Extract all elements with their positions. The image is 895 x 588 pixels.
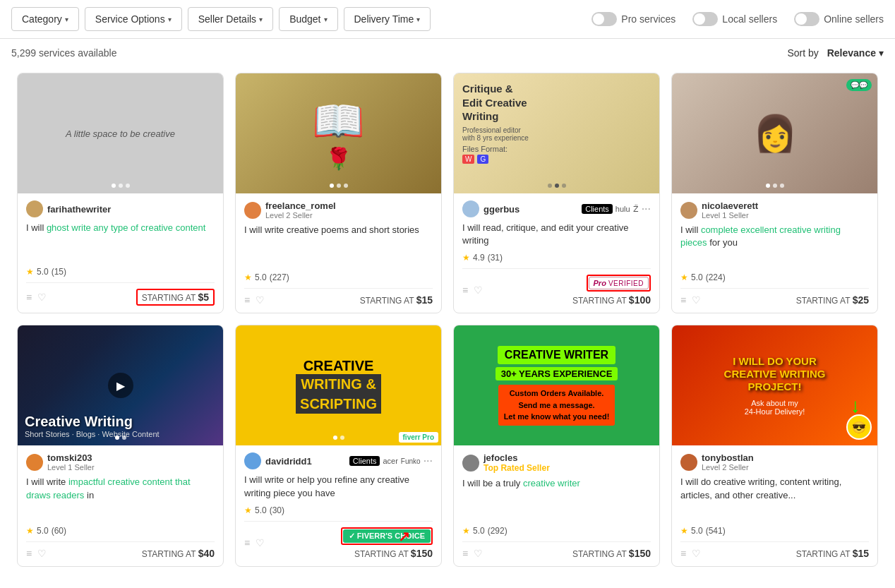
menu-icon[interactable]: ≡ xyxy=(680,294,686,306)
seller-name[interactable]: davidridd1 xyxy=(265,456,345,467)
card-title: I will ghost write any type of creative … xyxy=(26,222,215,261)
menu-icon[interactable]: ≡ xyxy=(244,537,250,548)
card-5: Creative Writing Short Stories · Blogs ·… xyxy=(17,325,224,566)
seller-name[interactable]: tonybostlan xyxy=(702,452,754,463)
card-8-image[interactable]: I WILL DO YOURCREATIVE WRITINGPROJECT! A… xyxy=(672,325,877,445)
dot xyxy=(115,436,119,440)
sort-dropdown[interactable]: Sort by Relevance ▾ xyxy=(787,47,884,59)
dot xyxy=(555,184,559,188)
avatar xyxy=(462,200,479,217)
seller-name[interactable]: freelance_romel xyxy=(265,200,336,211)
seller-details-filter[interactable]: Seller Details ▾ xyxy=(188,7,273,31)
dot xyxy=(766,184,770,188)
arrow-down-overlay: ↓ xyxy=(851,395,860,417)
card-title: I will write impactful creative content … xyxy=(26,476,215,520)
pro-services-toggle[interactable] xyxy=(591,12,617,26)
badge-row: Clients hulu Z̈ ··· xyxy=(582,203,651,215)
card-1-image[interactable]: A little space to be creative xyxy=(18,73,223,193)
dot xyxy=(112,184,116,188)
seller-info: nicolaeverett Level 1 Seller xyxy=(680,200,869,220)
more-options-icon[interactable]: ··· xyxy=(642,203,651,215)
card-2-body: freelance_romel Level 2 Seller I will wr… xyxy=(236,193,441,313)
dot xyxy=(330,184,334,188)
client-logo-acer: acer xyxy=(383,457,397,465)
price: STARTING AT $15 xyxy=(360,294,433,306)
seller-info: farihathewriter xyxy=(26,200,215,217)
seller-info: freelance_romel Level 2 Seller xyxy=(244,200,433,220)
menu-icon[interactable]: ≡ xyxy=(462,284,468,296)
card-title: I will write creative poems and short st… xyxy=(244,224,433,267)
chevron-down-icon: ▾ xyxy=(259,16,263,23)
card-6-image[interactable]: CREATIVE WRITING & SCRIPTING fiverr Pro xyxy=(236,325,441,445)
seller-name[interactable]: farihathewriter xyxy=(47,204,111,215)
services-count: 5,299 services available xyxy=(11,47,116,59)
avatar xyxy=(244,202,261,219)
pro-badge: Pro VERIFIED xyxy=(589,277,649,289)
card-footer: ≡ ♡ STARTING AT $25 xyxy=(680,288,869,306)
menu-icon[interactable]: ≡ xyxy=(462,548,468,559)
avatar xyxy=(26,200,43,217)
heart-icon[interactable]: ♡ xyxy=(692,294,701,306)
heart-icon[interactable]: ♡ xyxy=(692,548,701,559)
card-8-body: tonybostlan Level 2 Seller I will do cre… xyxy=(672,445,877,565)
card-footer: ≡ ♡ STARTING AT $40 xyxy=(26,541,215,559)
card-footer: ≡ ♡ STARTING AT $15 xyxy=(244,288,433,306)
top-rated-badge: Top Rated Seller xyxy=(483,463,550,473)
price: STARTING AT $15 xyxy=(796,548,869,559)
dot xyxy=(562,184,566,188)
menu-icon[interactable]: ≡ xyxy=(26,548,32,559)
rating: ★ 5.0 (60) xyxy=(26,526,215,536)
heart-icon[interactable]: ♡ xyxy=(474,284,483,296)
menu-icon[interactable]: ≡ xyxy=(680,548,686,559)
seller-name[interactable]: ggerbus xyxy=(483,204,577,215)
card-2-image[interactable]: 📖 🌹 xyxy=(236,73,441,193)
delivery-time-filter[interactable]: Delivery Time ▾ xyxy=(344,7,431,31)
heart-icon[interactable]: ♡ xyxy=(37,548,47,559)
category-filter[interactable]: Category ▾ xyxy=(11,7,79,31)
menu-icon[interactable]: ≡ xyxy=(244,294,250,306)
seller-name[interactable]: jefocles xyxy=(483,452,550,463)
heart-icon[interactable]: ♡ xyxy=(37,292,47,303)
seller-info: tonybostlan Level 2 Seller xyxy=(680,452,869,472)
service-options-filter[interactable]: Service Options ▾ xyxy=(85,7,182,31)
card-actions: ≡ ♡ xyxy=(26,548,47,559)
card-7-image[interactable]: CREATIVE WRITER 30+ YEARS EXPERIENCE Cus… xyxy=(454,325,659,445)
heart-icon[interactable]: ♡ xyxy=(256,294,265,306)
chevron-down-icon: ▾ xyxy=(168,16,172,23)
price: STARTING AT $100 xyxy=(572,294,651,306)
card-4-image[interactable]: 👩 💬💬 xyxy=(672,73,877,193)
seller-name[interactable]: nicolaeverett xyxy=(702,200,758,211)
avatar xyxy=(462,455,479,472)
dot xyxy=(122,436,126,440)
card-6: CREATIVE WRITING & SCRIPTING fiverr Pro … xyxy=(235,325,442,566)
heart-icon[interactable]: ♡ xyxy=(256,537,265,548)
online-sellers-toggle[interactable] xyxy=(794,12,819,26)
budget-filter[interactable]: Budget ▾ xyxy=(279,7,337,31)
menu-icon[interactable]: ≡ xyxy=(26,292,32,303)
more-options-icon[interactable]: ··· xyxy=(424,455,433,467)
seller-level: Level 2 Seller xyxy=(702,463,754,472)
local-sellers-toggle[interactable] xyxy=(692,12,718,26)
card-footer: ≡ ♡ STARTING AT $15 xyxy=(680,541,869,559)
card-5-image[interactable]: Creative Writing Short Stories · Blogs ·… xyxy=(18,325,223,445)
heart-icon[interactable]: ♡ xyxy=(474,548,483,559)
rating: ★ 5.0 (541) xyxy=(680,526,869,536)
card-7-body: jefocles Top Rated Seller I will be a tr… xyxy=(454,445,659,565)
card-8: I WILL DO YOURCREATIVE WRITINGPROJECT! A… xyxy=(671,325,878,566)
seller-info: ggerbus Clients hulu Z̈ ··· xyxy=(462,200,651,217)
pro-services-toggle-group: Pro services xyxy=(591,12,675,26)
rating: ★ 5.0 (30) xyxy=(244,505,433,515)
chevron-down-icon: ▾ xyxy=(324,16,328,23)
dot xyxy=(119,184,123,188)
card-actions: ≡ ♡ xyxy=(680,548,701,559)
card-7: CREATIVE WRITER 30+ YEARS EXPERIENCE Cus… xyxy=(453,325,660,566)
card-3-image[interactable]: Critique &Edit CreativeWriting Professio… xyxy=(454,73,659,193)
seller-name[interactable]: tomski203 xyxy=(47,452,95,463)
filter-bar: Category ▾ Service Options ▾ Seller Deta… xyxy=(0,0,895,39)
clients-badge: Clients xyxy=(349,456,380,466)
card-2: 📖 🌹 freelance_romel Level 2 Seller xyxy=(235,73,442,313)
dot xyxy=(337,184,341,188)
local-sellers-toggle-group: Local sellers xyxy=(692,12,777,26)
price-box: STARTING AT $5 xyxy=(136,289,215,306)
card-title: I will write or help you refine any crea… xyxy=(244,474,433,499)
